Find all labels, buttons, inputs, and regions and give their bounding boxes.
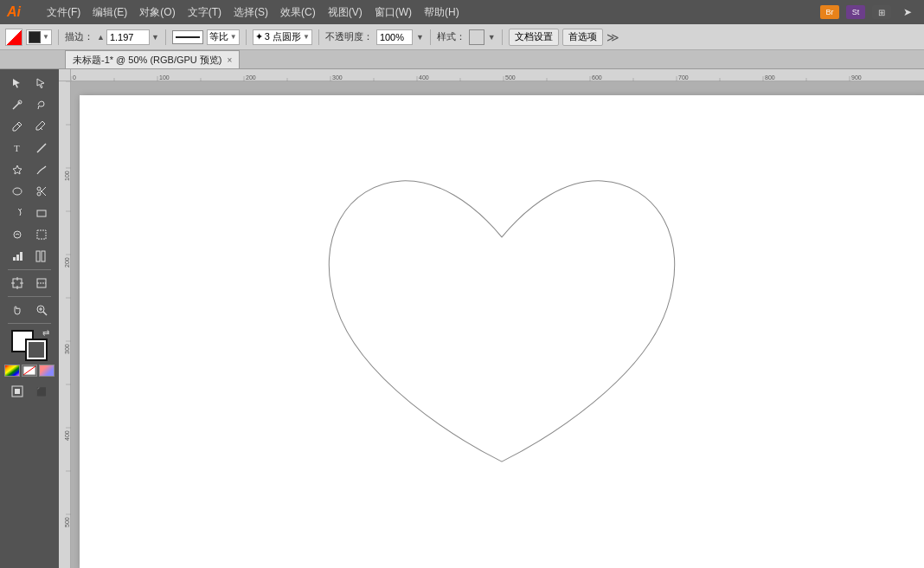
menu-select[interactable]: 选择(S) <box>228 3 273 22</box>
stroke-type-dropdown[interactable]: 等比 ▼ <box>207 29 240 45</box>
br-icon[interactable]: Br <box>820 5 839 19</box>
stroke-width-input[interactable]: 1.197 <box>106 29 150 45</box>
chart-tool[interactable] <box>6 246 29 267</box>
scissors-tool[interactable] <box>30 181 53 202</box>
warp-tool[interactable] <box>6 224 29 245</box>
svg-rect-19 <box>36 251 40 261</box>
tool-sep-1 <box>8 269 51 270</box>
tool-row-1 <box>6 73 53 94</box>
svg-text:700: 700 <box>678 74 689 81</box>
tabs-bar: 未标题-1* @ 50% (RGB/GPU 预览) × <box>0 50 924 69</box>
sep2 <box>165 29 166 45</box>
tool-sep-2 <box>8 296 51 297</box>
menu-file[interactable]: 文件(F) <box>42 3 86 22</box>
line-tool[interactable] <box>30 138 53 158</box>
doc-settings-btn[interactable]: 文档设置 <box>509 29 559 46</box>
color-swatch-btn[interactable] <box>39 365 55 377</box>
artboard-tool[interactable] <box>6 273 29 294</box>
grid-icon[interactable]: ⊞ <box>872 5 891 19</box>
change-screen-mode[interactable]: ⬛ <box>30 381 53 402</box>
svg-text:200: 200 <box>64 257 70 268</box>
column-chart-tool[interactable] <box>30 246 53 267</box>
svg-rect-20 <box>42 251 45 261</box>
opacity-dropdown-arrow[interactable]: ▼ <box>416 33 424 42</box>
fill-stroke-selector[interactable]: ⇄ <box>11 330 48 363</box>
svg-text:900: 900 <box>851 74 862 81</box>
canvas-area[interactable]: 0 100 200 300 400 500 <box>59 69 924 568</box>
color-fill-btn[interactable] <box>4 365 20 377</box>
svg-text:100: 100 <box>64 171 70 181</box>
tool-row-5 <box>6 159 53 180</box>
slice-tool[interactable] <box>30 273 53 294</box>
svg-line-29 <box>43 312 47 315</box>
svg-text:500: 500 <box>64 517 70 527</box>
svg-text:400: 400 <box>419 74 429 81</box>
menu-text[interactable]: 文字(T) <box>183 3 227 22</box>
ellipse-tool[interactable] <box>6 181 29 202</box>
select-tool[interactable] <box>6 73 29 94</box>
rotate-tool[interactable] <box>6 203 29 223</box>
extra-tools: ⬛ <box>6 381 53 402</box>
no-color-btn[interactable] <box>22 365 37 377</box>
pencil-tool[interactable] <box>30 159 53 180</box>
st-icon[interactable]: St <box>846 5 865 19</box>
stroke-swatch[interactable] <box>25 339 48 361</box>
menu-help[interactable]: 帮助(H) <box>419 3 465 22</box>
point-type-dropdown[interactable]: ✦ 3 点圆形 ▼ <box>253 29 312 45</box>
send-icon[interactable]: ➤ <box>898 5 917 19</box>
tool-row-extra: ⬛ <box>6 381 53 402</box>
tool-row-7 <box>6 203 53 223</box>
svg-line-3 <box>17 124 20 126</box>
sep5 <box>430 29 431 45</box>
magic-wand-tool[interactable] <box>6 94 29 115</box>
opacity-label: 不透明度： <box>325 30 373 43</box>
title-right-icons: Br St ⊞ ➤ <box>820 5 917 19</box>
style-swatch[interactable] <box>469 29 484 45</box>
svg-text:400: 400 <box>64 430 70 441</box>
star-tool[interactable] <box>6 159 29 180</box>
svg-point-9 <box>37 187 41 190</box>
zoom-tool[interactable] <box>30 300 53 320</box>
svg-text:200: 200 <box>246 74 256 81</box>
menu-window[interactable]: 窗口(W) <box>369 3 417 22</box>
control-toolbar: ▼ 描边： ▲ 1.197 ▼ 等比 ▼ ✦ 3 点圆形 ▼ 不透明度： 100… <box>0 24 924 50</box>
color-area: ⇄ <box>4 330 55 377</box>
direct-select-tool[interactable] <box>30 73 53 94</box>
menu-bar: 文件(F) 编辑(E) 对象(O) 文字(T) 选择(S) 效果(C) 视图(V… <box>42 3 810 22</box>
type-tool[interactable]: T <box>6 138 29 158</box>
svg-rect-16 <box>13 257 16 261</box>
menu-effect[interactable]: 效果(C) <box>275 3 321 22</box>
sep3 <box>246 29 247 45</box>
document-tab[interactable]: 未标题-1* @ 50% (RGB/GPU 预览) × <box>65 50 240 68</box>
menu-object[interactable]: 对象(O) <box>134 3 180 22</box>
opacity-input[interactable]: 100% <box>376 29 413 45</box>
title-bar: Ai 文件(F) 编辑(E) 对象(O) 文字(T) 选择(S) 效果(C) 视… <box>0 0 924 24</box>
ruler-left: 0 100 200 300 400 500 <box>59 69 71 568</box>
heart-shape <box>80 95 924 568</box>
lasso-tool[interactable] <box>30 94 53 115</box>
tool-row-10 <box>6 273 53 294</box>
hand-tool[interactable] <box>6 300 29 320</box>
stroke-color-red[interactable] <box>5 29 22 46</box>
preferences-btn[interactable]: 首选项 <box>562 29 603 46</box>
svg-rect-18 <box>20 252 22 261</box>
stroke-label: 描边： <box>65 30 93 43</box>
tab-close[interactable]: × <box>228 55 233 65</box>
stroke-preview[interactable] <box>172 30 203 44</box>
free-transform-tool[interactable] <box>30 224 53 245</box>
extra-options-btn[interactable]: ≫ <box>606 30 619 44</box>
fill-dropdown[interactable]: ▼ <box>26 29 52 45</box>
menu-view[interactable]: 视图(V) <box>323 3 368 22</box>
ai-logo: Ai <box>7 4 31 20</box>
stroke-down-arrow[interactable]: ▼ <box>151 33 159 42</box>
screen-mode-btn[interactable] <box>6 381 29 402</box>
stroke-up-arrow[interactable]: ▲ <box>97 33 105 42</box>
swap-colors-icon[interactable]: ⇄ <box>42 328 49 338</box>
menu-edit[interactable]: 编辑(E) <box>87 3 132 22</box>
svg-point-8 <box>13 188 22 195</box>
add-anchor-tool[interactable] <box>30 116 53 137</box>
style-label: 样式： <box>437 30 465 43</box>
pen-tool[interactable] <box>6 116 29 137</box>
style-dropdown-arrow[interactable]: ▼ <box>488 33 496 42</box>
rect-tool[interactable] <box>30 203 53 223</box>
